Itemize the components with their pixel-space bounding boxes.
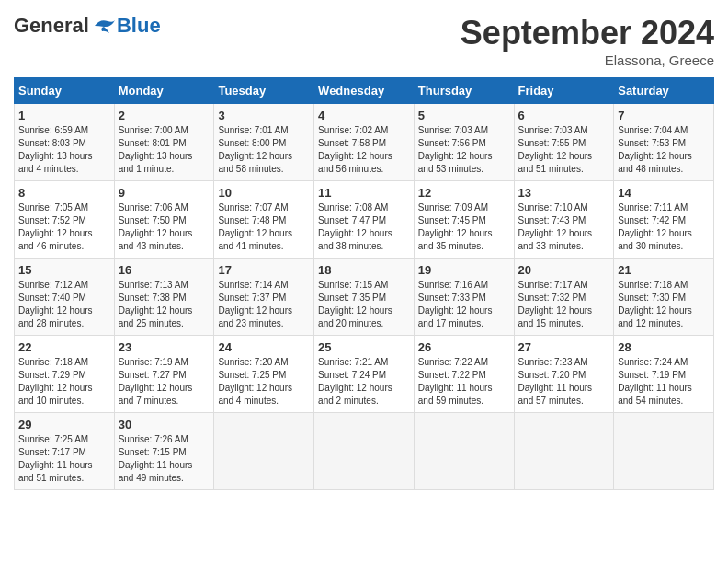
- day-number: 20: [518, 263, 610, 277]
- calendar-header: Sunday Monday Tuesday Wednesday Thursday…: [15, 78, 714, 104]
- day-cell: [614, 413, 714, 490]
- day-cell: 22 Sunrise: 7:18 AM Sunset: 7:29 PM Dayl…: [15, 336, 115, 413]
- day-info: Sunrise: 7:15 AM Sunset: 7:35 PM Dayligh…: [318, 279, 410, 330]
- day-info: Sunrise: 7:11 AM Sunset: 7:42 PM Dayligh…: [618, 201, 710, 253]
- day-info: Sunrise: 7:10 AM Sunset: 7:43 PM Dayligh…: [518, 201, 610, 253]
- day-number: 23: [119, 340, 210, 354]
- day-number: 29: [18, 418, 110, 431]
- calendar-body: 1 Sunrise: 6:59 AM Sunset: 8:03 PM Dayli…: [15, 104, 714, 490]
- day-info: Sunrise: 6:59 AM Sunset: 8:03 PM Dayligh…: [18, 124, 110, 176]
- day-cell: 19 Sunrise: 7:16 AM Sunset: 7:33 PM Dayl…: [414, 259, 514, 336]
- day-info: Sunrise: 7:03 AM Sunset: 7:55 PM Dayligh…: [518, 124, 610, 176]
- header-wednesday: Wednesday: [314, 78, 415, 104]
- day-cell: 23 Sunrise: 7:19 AM Sunset: 7:27 PM Dayl…: [114, 336, 214, 413]
- day-cell: 15 Sunrise: 7:12 AM Sunset: 7:40 PM Dayl…: [15, 259, 115, 336]
- day-info: Sunrise: 7:17 AM Sunset: 7:32 PM Dayligh…: [518, 279, 610, 330]
- day-cell: 27 Sunrise: 7:23 AM Sunset: 7:20 PM Dayl…: [514, 336, 614, 413]
- header-saturday: Saturday: [614, 78, 714, 104]
- day-info: Sunrise: 7:22 AM Sunset: 7:22 PM Dayligh…: [418, 356, 510, 408]
- day-cell: 20 Sunrise: 7:17 AM Sunset: 7:32 PM Dayl…: [514, 259, 614, 336]
- day-cell: [514, 413, 614, 490]
- month-title: September 2024: [461, 14, 714, 52]
- day-info: Sunrise: 7:01 AM Sunset: 8:00 PM Dayligh…: [218, 124, 310, 176]
- header-thursday: Thursday: [414, 78, 514, 104]
- day-cell: 5 Sunrise: 7:03 AM Sunset: 7:56 PM Dayli…: [414, 104, 514, 181]
- day-info: Sunrise: 7:18 AM Sunset: 7:29 PM Dayligh…: [18, 356, 110, 408]
- day-info: Sunrise: 7:24 AM Sunset: 7:19 PM Dayligh…: [618, 356, 710, 408]
- day-cell: 24 Sunrise: 7:20 AM Sunset: 7:25 PM Dayl…: [214, 336, 314, 413]
- header-monday: Monday: [114, 78, 214, 104]
- header-tuesday: Tuesday: [214, 78, 314, 104]
- day-number: 21: [618, 263, 710, 277]
- day-cell: 1 Sunrise: 6:59 AM Sunset: 8:03 PM Dayli…: [15, 104, 115, 181]
- day-cell: [414, 413, 514, 490]
- day-info: Sunrise: 7:07 AM Sunset: 7:48 PM Dayligh…: [218, 201, 310, 253]
- day-number: 16: [119, 263, 210, 277]
- day-cell: 10 Sunrise: 7:07 AM Sunset: 7:48 PM Dayl…: [214, 181, 314, 259]
- day-info: Sunrise: 7:19 AM Sunset: 7:27 PM Dayligh…: [119, 356, 210, 408]
- day-number: 27: [518, 340, 610, 354]
- day-info: Sunrise: 7:18 AM Sunset: 7:30 PM Dayligh…: [618, 279, 710, 330]
- day-cell: 8 Sunrise: 7:05 AM Sunset: 7:52 PM Dayli…: [15, 181, 115, 259]
- day-number: 30: [119, 418, 210, 431]
- day-info: Sunrise: 7:00 AM Sunset: 8:01 PM Dayligh…: [119, 124, 210, 176]
- week-row-2: 8 Sunrise: 7:05 AM Sunset: 7:52 PM Dayli…: [15, 181, 714, 259]
- day-info: Sunrise: 7:05 AM Sunset: 7:52 PM Dayligh…: [18, 201, 110, 253]
- day-info: Sunrise: 7:23 AM Sunset: 7:20 PM Dayligh…: [518, 356, 610, 408]
- day-number: 17: [218, 263, 310, 277]
- day-info: Sunrise: 7:25 AM Sunset: 7:17 PM Dayligh…: [18, 433, 110, 485]
- day-info: Sunrise: 7:03 AM Sunset: 7:56 PM Dayligh…: [418, 124, 510, 176]
- day-cell: 14 Sunrise: 7:11 AM Sunset: 7:42 PM Dayl…: [614, 181, 714, 259]
- header-sunday: Sunday: [15, 78, 115, 104]
- day-cell: 30 Sunrise: 7:26 AM Sunset: 7:15 PM Dayl…: [114, 413, 214, 490]
- day-number: 10: [218, 186, 310, 200]
- location: Elassona, Greece: [461, 52, 714, 68]
- logo-bird-icon: [91, 17, 117, 35]
- day-number: 6: [518, 109, 610, 122]
- day-info: Sunrise: 7:20 AM Sunset: 7:25 PM Dayligh…: [218, 356, 310, 408]
- day-cell: 25 Sunrise: 7:21 AM Sunset: 7:24 PM Dayl…: [314, 336, 415, 413]
- header-row: Sunday Monday Tuesday Wednesday Thursday…: [15, 78, 714, 104]
- day-info: Sunrise: 7:09 AM Sunset: 7:45 PM Dayligh…: [418, 201, 510, 253]
- day-number: 7: [618, 109, 710, 122]
- day-number: 3: [218, 109, 310, 122]
- title-block: September 2024 Elassona, Greece: [461, 14, 714, 68]
- day-info: Sunrise: 7:16 AM Sunset: 7:33 PM Dayligh…: [418, 279, 510, 330]
- day-number: 15: [18, 263, 110, 277]
- day-info: Sunrise: 7:08 AM Sunset: 7:47 PM Dayligh…: [318, 201, 410, 253]
- day-number: 9: [119, 186, 210, 200]
- day-number: 5: [418, 109, 510, 122]
- header-friday: Friday: [514, 78, 614, 104]
- day-number: 28: [618, 340, 710, 354]
- day-number: 18: [318, 263, 410, 277]
- calendar-table: Sunday Monday Tuesday Wednesday Thursday…: [14, 77, 714, 490]
- day-cell: 3 Sunrise: 7:01 AM Sunset: 8:00 PM Dayli…: [214, 104, 314, 181]
- day-number: 1: [18, 109, 110, 122]
- day-cell: 11 Sunrise: 7:08 AM Sunset: 7:47 PM Dayl…: [314, 181, 415, 259]
- day-info: Sunrise: 7:26 AM Sunset: 7:15 PM Dayligh…: [119, 433, 210, 485]
- day-info: Sunrise: 7:14 AM Sunset: 7:37 PM Dayligh…: [218, 279, 310, 330]
- day-cell: 26 Sunrise: 7:22 AM Sunset: 7:22 PM Dayl…: [414, 336, 514, 413]
- day-cell: 16 Sunrise: 7:13 AM Sunset: 7:38 PM Dayl…: [114, 259, 214, 336]
- day-cell: 29 Sunrise: 7:25 AM Sunset: 7:17 PM Dayl…: [15, 413, 115, 490]
- day-number: 26: [418, 340, 510, 354]
- week-row-1: 1 Sunrise: 6:59 AM Sunset: 8:03 PM Dayli…: [15, 104, 714, 181]
- day-cell: 28 Sunrise: 7:24 AM Sunset: 7:19 PM Dayl…: [614, 336, 714, 413]
- day-number: 22: [18, 340, 110, 354]
- day-cell: 9 Sunrise: 7:06 AM Sunset: 7:50 PM Dayli…: [114, 181, 214, 259]
- day-cell: 13 Sunrise: 7:10 AM Sunset: 7:43 PM Dayl…: [514, 181, 614, 259]
- day-cell: 12 Sunrise: 7:09 AM Sunset: 7:45 PM Dayl…: [414, 181, 514, 259]
- day-number: 2: [119, 109, 210, 122]
- day-cell: [314, 413, 415, 490]
- day-cell: 6 Sunrise: 7:03 AM Sunset: 7:55 PM Dayli…: [514, 104, 614, 181]
- logo: General Blue: [14, 14, 161, 38]
- day-info: Sunrise: 7:02 AM Sunset: 7:58 PM Dayligh…: [318, 124, 410, 176]
- day-cell: 21 Sunrise: 7:18 AM Sunset: 7:30 PM Dayl…: [614, 259, 714, 336]
- day-cell: 18 Sunrise: 7:15 AM Sunset: 7:35 PM Dayl…: [314, 259, 415, 336]
- day-info: Sunrise: 7:12 AM Sunset: 7:40 PM Dayligh…: [18, 279, 110, 330]
- week-row-3: 15 Sunrise: 7:12 AM Sunset: 7:40 PM Dayl…: [15, 259, 714, 336]
- page-header: General Blue September 2024 Elassona, Gr…: [14, 14, 714, 68]
- day-cell: 17 Sunrise: 7:14 AM Sunset: 7:37 PM Dayl…: [214, 259, 314, 336]
- day-info: Sunrise: 7:21 AM Sunset: 7:24 PM Dayligh…: [318, 356, 410, 408]
- logo-general: General: [14, 14, 89, 38]
